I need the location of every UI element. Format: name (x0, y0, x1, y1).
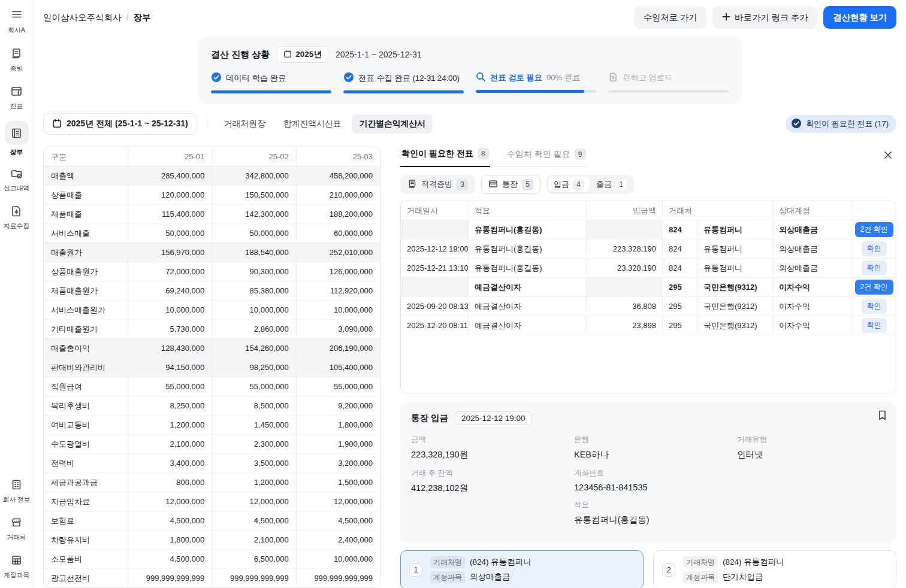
cell-value: 999,999,999,999 (296, 569, 380, 587)
transaction-table: 거래일시 적요 입금액 거래처 상대계정 유통컴퍼니(홍길동) (400, 201, 896, 393)
sidebar-item-company-info[interactable]: 회사 정보 (3, 477, 31, 504)
table-row: 직원급여 55,000,000 55,000,000 55,000,000 (44, 377, 380, 396)
search-icon (476, 72, 486, 84)
chip-qualified-evidence[interactable]: 적격증빙 3 (400, 175, 475, 194)
transaction-row[interactable]: 유통컴퍼니(홍길동) 824 유통컴퍼니 외상매출금 2건 확인 (401, 220, 896, 240)
income-statement-table: 구분 25-01 25-02 25-03 매출액 285,400,000 342… (43, 147, 380, 588)
segment-deposit[interactable]: 입금 4 (548, 177, 590, 192)
suggestion-card-1[interactable]: 1 거래처명 (824) 유통컴퍼니 계정과목 외상매출금 (400, 550, 644, 588)
sidebar-item-company[interactable]: 회사A (8, 8, 25, 35)
txn-datetime: 2025-12-21 13:10 (401, 259, 468, 277)
year-selector[interactable]: 2025년 (277, 46, 328, 63)
tab-trial-balance[interactable]: 합계잔액시산표 (276, 114, 349, 134)
txn-datetime (401, 278, 468, 296)
segment-label: 출금 (596, 179, 612, 190)
table-row: 소모품비 4,500,000 6,500,000 10,000,000 (44, 550, 380, 569)
confirm-button[interactable]: 2건 확인 (855, 280, 893, 295)
tab-label: 확인이 필요한 전표 (401, 148, 473, 159)
panel-tabs: 확인이 필요한 전표 8 수임처 확인 필요 9 (400, 147, 587, 167)
cell-value: 8,500,000 (212, 396, 295, 415)
sidebar-item-accounts[interactable]: 계정과목 (4, 552, 29, 580)
sidebar-item-data-collection[interactable]: 자료수집 (4, 203, 29, 231)
bookmark-icon[interactable] (878, 410, 887, 422)
confirm-button[interactable]: 2건 확인 (855, 222, 893, 237)
tab-vendor-ledger[interactable]: 거래처원장 (217, 114, 273, 134)
cell-value: 252,010,000 (296, 243, 380, 262)
add-shortcut-button[interactable]: 바로가기 링크 추가 (712, 6, 817, 29)
cell-value: 800,000 (128, 473, 212, 492)
chip-bankbook[interactable]: 통장 5 (481, 175, 540, 194)
step-voucher-review[interactable]: 전표 검토 필요 90% 완료 (476, 72, 596, 93)
step-label: 전표 수집 완료 (12-31 24:00) (358, 73, 460, 84)
close-icon[interactable] (881, 148, 895, 162)
segment-withdraw[interactable]: 출금 1 (591, 177, 632, 192)
column-header: 25-03 (296, 147, 380, 166)
cell-value: 999,999,999,999 (212, 569, 295, 587)
transaction-row[interactable]: 2025-12-21 13:10 유통컴퍼니(홍길동) 23,328,190 8… (401, 259, 896, 278)
goto-client-button[interactable]: 수임처로 가기 (634, 6, 707, 29)
cell-value: 10,000,000 (212, 301, 295, 319)
sidebar-item-evidence[interactable]: 증빙 (5, 46, 29, 73)
sidebar-item-ledger[interactable]: 장부 (5, 121, 29, 157)
field-label: 계좌번호 (574, 468, 723, 478)
confirm-button[interactable]: 확인 (862, 260, 887, 275)
topbar-actions: 수임처로 가기 바로가기 링크 추가 결산현황 보기 (634, 6, 896, 29)
sidebar-item-filing-history[interactable]: 신고내역 (4, 165, 29, 193)
main-area: 구분 25-01 25-02 25-03 매출액 285,400,000 342… (43, 147, 896, 588)
txn-datetime: 2025-09-20 08:13 (401, 297, 468, 316)
view-closing-label: 결산현황 보기 (833, 12, 887, 23)
chip-label: 적격증빙 (421, 179, 452, 190)
table-row: 매출원가 156,970,000 188,540,000 252,010,000 (44, 243, 380, 262)
pending-vouchers-badge[interactable]: 확인이 필요한 전표 (17) (786, 115, 896, 133)
confirm-button[interactable]: 확인 (862, 318, 887, 333)
transaction-row[interactable]: 2025-09-20 08:13 예금결산이자 36,808 295 국민은행(… (401, 297, 896, 316)
tab-count-badge: 8 (478, 148, 489, 159)
column-header: 적요 (468, 201, 585, 220)
cell-value: 154,260,000 (212, 339, 295, 357)
cell-value: 3,200,000 (296, 454, 380, 472)
suggestion-account-value: 단기차입금 (723, 572, 763, 583)
transaction-row[interactable]: 2025-12-20 08:11 예금결산이자 23,898 295 국민은행(… (401, 316, 896, 335)
field-label: 적요 (574, 500, 723, 510)
table-row: 매출액 285,400,000 342,800,000 458,200,000 (44, 166, 380, 186)
cell-value: 10,000,000 (128, 301, 212, 319)
txn-vendor-code: 295 (662, 316, 697, 335)
transaction-row[interactable]: 2025-12-12 19:00 유통컴퍼니(홍길동) 223,328,190 … (401, 240, 896, 259)
confirm-button[interactable]: 확인 (862, 299, 887, 314)
cell-value: 2,100,000 (212, 531, 295, 549)
txn-vendor-name: 유통컴퍼니 (697, 259, 772, 277)
closing-progress-card: 결산 진행 상황 2025년 2025-1-1 ~ 2025-12-31 데이터… (198, 36, 742, 104)
sidebar-item-label: 회사 정보 (3, 495, 31, 504)
breadcrumb-company[interactable]: 일이삼사오주식회사 (43, 12, 122, 23)
tab-periodic-income-statement[interactable]: 기간별손익계산서 (352, 114, 432, 134)
cell-value: 4,500,000 (212, 511, 295, 530)
txn-datetime: 2025-12-12 19:00 (401, 240, 468, 258)
cell-value: 50,000,000 (212, 224, 295, 243)
confirm-button[interactable]: 확인 (862, 241, 887, 256)
sidebar-item-voucher[interactable]: 전표 (5, 83, 29, 111)
filter-chips: 적격증빙 3 통장 5 입금 4 (400, 175, 896, 194)
row-label: 차량유지비 (44, 531, 128, 549)
transaction-row[interactable]: 예금결산이자 295 국민은행(9312) 이자수익 2건 확인 (401, 278, 896, 297)
field-label: 거래 후 잔액 (411, 468, 560, 478)
receipt-icon (407, 179, 417, 190)
sidebar-item-label: 전표 (10, 102, 23, 111)
progress-bar (211, 90, 331, 93)
field-value: 223,328,190원 (411, 449, 560, 460)
sidebar-item-vendors[interactable]: 거래처 (5, 514, 29, 542)
receipt-icon (5, 46, 29, 61)
tab-vouchers-need-confirm[interactable]: 확인이 필요한 전표 8 (400, 147, 490, 167)
folder-check-icon (5, 165, 29, 181)
suggestion-card-2[interactable]: 2 거래처명 (824) 유통컴퍼니 계정과목 단기차입금 (653, 550, 896, 588)
date-range-button[interactable]: 2025년 전체 (25-1-1 ~ 25-12-31) (43, 113, 197, 135)
cell-value: 55,000,000 (128, 377, 212, 396)
ledger-book-icon (5, 121, 29, 145)
view-closing-status-button[interactable]: 결산현황 보기 (823, 6, 896, 29)
segment-label: 입금 (554, 179, 569, 190)
suggestion-vendor-label: 거래처명 (430, 556, 465, 568)
table-row: 제품매출원가 69,240,000 85,380,000 112,920,000 (44, 281, 380, 301)
column-header: 입금액 (585, 201, 662, 220)
table-row: 수도광열비 2,100,000 2,300,000 1,900,000 (44, 435, 380, 454)
window-table-icon (5, 83, 29, 99)
tab-client-confirm-needed[interactable]: 수임처 확인 필요 9 (506, 147, 587, 167)
